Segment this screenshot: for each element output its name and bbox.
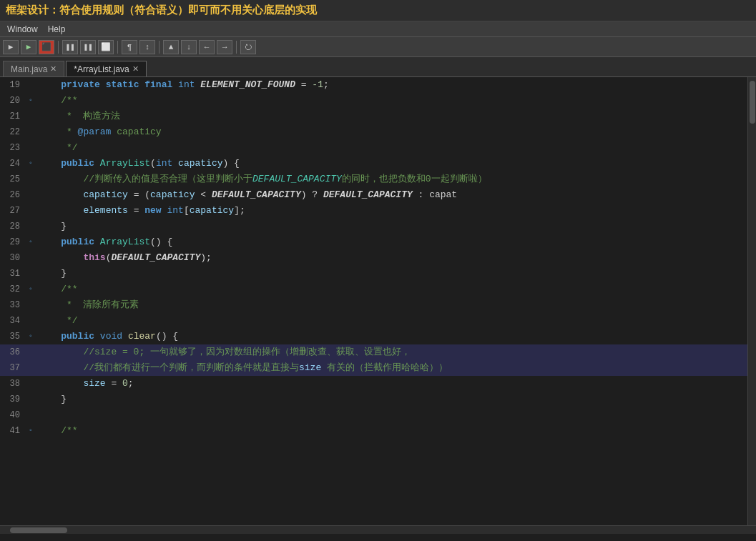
toolbar-btn-8[interactable]: ↕ bbox=[139, 40, 155, 54]
toolbar-btn-7[interactable]: ¶ bbox=[122, 40, 137, 54]
title-text: 框架设计：符合使用规则（符合语义）即可而不用关心底层的实现 bbox=[6, 4, 317, 17]
scrollbar-thumb-h[interactable] bbox=[10, 527, 67, 533]
line-38: 38 size = 0; bbox=[0, 376, 747, 392]
line-content-38: size = 0; bbox=[36, 376, 747, 392]
toolbar-btn-12[interactable]: → bbox=[217, 40, 232, 54]
line-33: 33 * 清除所有元素 bbox=[0, 297, 747, 313]
line-content-19: private static final int ELEMENT_NOT_FOU… bbox=[36, 77, 747, 93]
line-21: 21 * 构造方法 bbox=[0, 109, 747, 124]
line-ind-41: ◦ bbox=[26, 423, 36, 439]
line-ind-21 bbox=[26, 109, 36, 124]
line-26: 26 capaticy = (capaticy < DEFAULT_CAPACI… bbox=[0, 187, 747, 203]
tab-arraylist-java[interactable]: *ArrayList.java ✕ bbox=[66, 61, 146, 76]
line-ind-40 bbox=[26, 407, 36, 423]
menu-window[interactable]: Window bbox=[3, 23, 42, 36]
line-num-27: 27 bbox=[0, 203, 26, 219]
line-num-30: 30 bbox=[0, 250, 26, 266]
line-content-21: * 构造方法 bbox=[36, 109, 747, 124]
line-ind-39 bbox=[26, 392, 36, 407]
line-content-27: elements = new int[capaticy]; bbox=[36, 203, 747, 219]
line-content-33: * 清除所有元素 bbox=[36, 297, 747, 313]
tabs-bar: Main.java ✕ *ArrayList.java ✕ bbox=[0, 57, 756, 77]
vertical-scrollbar[interactable] bbox=[747, 77, 756, 525]
toolbar-btn-6[interactable]: ⬜ bbox=[98, 40, 114, 54]
line-num-25: 25 bbox=[0, 172, 26, 187]
scrollbar-thumb-v[interactable] bbox=[750, 81, 755, 124]
line-num-19: 19 bbox=[0, 77, 26, 93]
line-content-25: //判断传入的值是否合理（这里判断小于DEFAULT_CAPACITY的同时，也… bbox=[36, 172, 747, 187]
line-35: 35 ◦ public void clear() { bbox=[0, 329, 747, 344]
editor: 19 private static final int ELEMENT_NOT_… bbox=[0, 77, 756, 525]
line-ind-30 bbox=[26, 250, 36, 266]
toolbar: ▶ ▶ ⬛ ❚❚ ❚❚ ⬜ ¶ ↕ ▲ ↓ ← → ⭮ bbox=[0, 37, 756, 57]
line-num-32: 32 bbox=[0, 282, 26, 297]
line-content-41: /** bbox=[36, 423, 747, 439]
line-28: 28 } bbox=[0, 219, 747, 234]
line-num-39: 39 bbox=[0, 392, 26, 407]
line-ind-33 bbox=[26, 297, 36, 313]
code-area[interactable]: 19 private static final int ELEMENT_NOT_… bbox=[0, 77, 756, 439]
toolbar-btn-13[interactable]: ⭮ bbox=[240, 40, 256, 54]
line-ind-37 bbox=[26, 360, 36, 376]
toolbar-btn-5[interactable]: ❚❚ bbox=[80, 40, 96, 54]
line-ind-28 bbox=[26, 219, 36, 234]
line-20: 20 ◦ /** bbox=[0, 93, 747, 109]
line-40: 40 bbox=[0, 407, 747, 423]
title-bar: 框架设计：符合使用规则（符合语义）即可而不用关心底层的实现 bbox=[0, 0, 756, 21]
toolbar-btn-10[interactable]: ↓ bbox=[181, 40, 197, 54]
toolbar-btn-3[interactable]: ⬛ bbox=[39, 40, 54, 54]
line-num-31: 31 bbox=[0, 266, 26, 282]
line-ind-19 bbox=[26, 77, 36, 93]
line-content-22: * @param capaticy bbox=[36, 124, 747, 140]
horizontal-scrollbar[interactable] bbox=[0, 525, 756, 534]
line-ind-35: ◦ bbox=[26, 329, 36, 344]
toolbar-sep-3 bbox=[159, 41, 159, 54]
line-ind-22 bbox=[26, 124, 36, 140]
line-num-20: 20 bbox=[0, 93, 26, 109]
line-num-29: 29 bbox=[0, 234, 26, 250]
tab-main-java-label: Main.java bbox=[11, 64, 47, 74]
line-content-24: public ArrayList(int capaticy) { bbox=[36, 156, 747, 172]
tab-main-java[interactable]: Main.java ✕ bbox=[3, 61, 64, 76]
line-ind-32: ◦ bbox=[26, 282, 36, 297]
line-num-37: 37 bbox=[0, 360, 26, 376]
line-ind-36 bbox=[26, 344, 36, 360]
toolbar-btn-2[interactable]: ▶ bbox=[21, 40, 36, 54]
toolbar-btn-11[interactable]: ← bbox=[199, 40, 215, 54]
line-content-31: } bbox=[36, 266, 747, 282]
line-24: 24 ◦ public ArrayList(int capaticy) { bbox=[0, 156, 747, 172]
menu-help[interactable]: Help bbox=[44, 23, 70, 36]
line-num-23: 23 bbox=[0, 140, 26, 156]
close-main-java-icon[interactable]: ✕ bbox=[50, 64, 57, 74]
line-content-29: public ArrayList() { bbox=[36, 234, 747, 250]
line-content-37: //我们都有进行一个判断，而判断的条件就是直接与size 有关的（拦截作用哈哈哈… bbox=[36, 360, 747, 376]
line-num-26: 26 bbox=[0, 187, 26, 203]
line-31: 31 } bbox=[0, 266, 747, 282]
line-content-35: public void clear() { bbox=[36, 329, 747, 344]
toolbar-sep-2 bbox=[117, 41, 118, 54]
line-ind-25 bbox=[26, 172, 36, 187]
line-ind-38 bbox=[26, 376, 36, 392]
line-content-23: */ bbox=[36, 140, 747, 156]
line-30: 30 this(DEFAULT_CAPACITY); bbox=[0, 250, 747, 266]
line-content-40 bbox=[36, 407, 747, 423]
line-ind-23 bbox=[26, 140, 36, 156]
close-arraylist-java-icon[interactable]: ✕ bbox=[132, 64, 139, 74]
line-ind-20: ◦ bbox=[26, 93, 36, 109]
line-25: 25 //判断传入的值是否合理（这里判断小于DEFAULT_CAPACITY的同… bbox=[0, 172, 747, 187]
toolbar-btn-4[interactable]: ❚❚ bbox=[62, 40, 78, 54]
line-ind-31 bbox=[26, 266, 36, 282]
line-29: 29 ◦ public ArrayList() { bbox=[0, 234, 747, 250]
line-36: 36 //size = 0; 一句就够了，因为对数组的操作（增删改查、获取、设置… bbox=[0, 344, 747, 360]
toolbar-btn-9[interactable]: ▲ bbox=[163, 40, 179, 54]
line-39: 39 } bbox=[0, 392, 747, 407]
line-num-40: 40 bbox=[0, 407, 26, 423]
line-content-39: } bbox=[36, 392, 747, 407]
line-ind-26 bbox=[26, 187, 36, 203]
line-22: 22 * @param capaticy bbox=[0, 124, 747, 140]
line-ind-34 bbox=[26, 313, 36, 329]
line-num-24: 24 bbox=[0, 156, 26, 172]
toolbar-btn-1[interactable]: ▶ bbox=[3, 40, 19, 54]
line-content-20: /** bbox=[36, 93, 747, 109]
line-content-36: //size = 0; 一句就够了，因为对数组的操作（增删改查、获取、设置也好， bbox=[36, 344, 747, 360]
